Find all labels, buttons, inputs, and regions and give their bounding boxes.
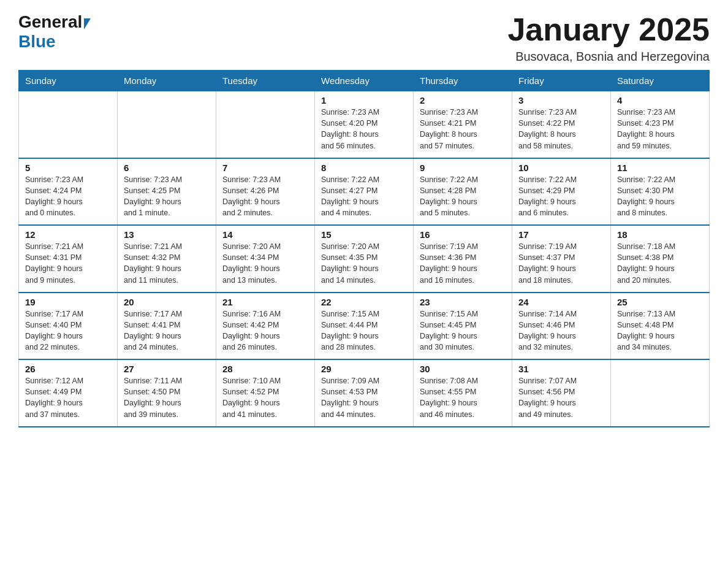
day-number: 9 — [420, 163, 506, 173]
day-number: 4 — [617, 95, 703, 105]
day-header-thursday: Thursday — [414, 71, 512, 91]
day-number: 19 — [25, 297, 111, 307]
day-number: 8 — [321, 163, 407, 173]
day-info: Sunrise: 7:07 AM Sunset: 4:56 PM Dayligh… — [518, 375, 604, 420]
day-info: Sunrise: 7:10 AM Sunset: 4:52 PM Dayligh… — [222, 375, 308, 420]
day-info: Sunrise: 7:22 AM Sunset: 4:29 PM Dayligh… — [518, 174, 604, 219]
day-number: 2 — [420, 95, 506, 105]
calendar-cell: 13Sunrise: 7:21 AM Sunset: 4:32 PM Dayli… — [118, 225, 216, 293]
day-number: 3 — [518, 95, 604, 105]
day-number: 11 — [617, 163, 703, 173]
day-info: Sunrise: 7:20 AM Sunset: 4:35 PM Dayligh… — [321, 241, 407, 286]
day-info: Sunrise: 7:11 AM Sunset: 4:50 PM Dayligh… — [124, 375, 210, 420]
day-number: 21 — [222, 297, 308, 307]
day-info: Sunrise: 7:16 AM Sunset: 4:42 PM Dayligh… — [222, 308, 308, 353]
calendar-cell: 20Sunrise: 7:17 AM Sunset: 4:41 PM Dayli… — [118, 293, 216, 360]
day-info: Sunrise: 7:21 AM Sunset: 4:31 PM Dayligh… — [25, 241, 111, 286]
day-number: 14 — [222, 229, 308, 240]
day-number: 26 — [25, 364, 111, 374]
logo-triangle-icon — [84, 18, 91, 29]
location-text: Busovaca, Bosnia and Herzegovina — [507, 50, 710, 64]
day-info: Sunrise: 7:15 AM Sunset: 4:44 PM Dayligh… — [321, 308, 407, 353]
month-title: January 2025 — [507, 12, 710, 47]
day-info: Sunrise: 7:08 AM Sunset: 4:55 PM Dayligh… — [420, 375, 506, 420]
logo-general-text: General — [18, 12, 82, 32]
day-number: 31 — [518, 364, 604, 374]
calendar-cell: 19Sunrise: 7:17 AM Sunset: 4:40 PM Dayli… — [19, 293, 118, 360]
calendar-cell: 29Sunrise: 7:09 AM Sunset: 4:53 PM Dayli… — [315, 359, 414, 427]
calendar-cell: 27Sunrise: 7:11 AM Sunset: 4:50 PM Dayli… — [118, 359, 216, 427]
calendar-cell: 18Sunrise: 7:18 AM Sunset: 4:38 PM Dayli… — [611, 225, 710, 293]
day-number: 12 — [25, 229, 111, 240]
logo: General Blue — [18, 12, 91, 52]
day-number: 23 — [420, 297, 506, 307]
calendar-cell: 30Sunrise: 7:08 AM Sunset: 4:55 PM Dayli… — [414, 359, 512, 427]
day-info: Sunrise: 7:23 AM Sunset: 4:24 PM Dayligh… — [25, 174, 111, 219]
logo-blue-text: Blue — [18, 32, 56, 51]
calendar-cell: 7Sunrise: 7:23 AM Sunset: 4:26 PM Daylig… — [216, 158, 315, 226]
day-number: 20 — [124, 297, 210, 307]
page-header: General Blue January 2025 Busovaca, Bosn… — [18, 12, 710, 64]
calendar-cell: 15Sunrise: 7:20 AM Sunset: 4:35 PM Dayli… — [315, 225, 414, 293]
day-info: Sunrise: 7:23 AM Sunset: 4:22 PM Dayligh… — [518, 107, 604, 151]
week-row-5: 26Sunrise: 7:12 AM Sunset: 4:49 PM Dayli… — [19, 359, 710, 427]
calendar-cell: 1Sunrise: 7:23 AM Sunset: 4:20 PM Daylig… — [315, 91, 414, 158]
calendar-cell — [19, 91, 118, 158]
day-number: 22 — [321, 297, 407, 307]
day-info: Sunrise: 7:17 AM Sunset: 4:41 PM Dayligh… — [124, 308, 210, 353]
week-row-3: 12Sunrise: 7:21 AM Sunset: 4:31 PM Dayli… — [19, 225, 710, 293]
calendar-cell: 12Sunrise: 7:21 AM Sunset: 4:31 PM Dayli… — [19, 225, 118, 293]
calendar-cell: 16Sunrise: 7:19 AM Sunset: 4:36 PM Dayli… — [414, 225, 512, 293]
day-number: 25 — [617, 297, 703, 307]
calendar-cell: 2Sunrise: 7:23 AM Sunset: 4:21 PM Daylig… — [414, 91, 512, 158]
calendar-header: SundayMondayTuesdayWednesdayThursdayFrid… — [19, 71, 710, 91]
calendar-cell: 3Sunrise: 7:23 AM Sunset: 4:22 PM Daylig… — [512, 91, 611, 158]
calendar-cell: 9Sunrise: 7:22 AM Sunset: 4:28 PM Daylig… — [414, 158, 512, 226]
calendar-cell: 5Sunrise: 7:23 AM Sunset: 4:24 PM Daylig… — [19, 158, 118, 226]
calendar-cell: 8Sunrise: 7:22 AM Sunset: 4:27 PM Daylig… — [315, 158, 414, 226]
calendar-cell: 25Sunrise: 7:13 AM Sunset: 4:48 PM Dayli… — [611, 293, 710, 360]
day-number: 5 — [25, 163, 111, 173]
day-number: 16 — [420, 229, 506, 240]
day-info: Sunrise: 7:22 AM Sunset: 4:27 PM Dayligh… — [321, 174, 407, 219]
day-info: Sunrise: 7:23 AM Sunset: 4:26 PM Dayligh… — [222, 174, 308, 219]
day-info: Sunrise: 7:23 AM Sunset: 4:20 PM Dayligh… — [321, 107, 407, 151]
calendar-cell — [216, 91, 315, 158]
week-row-4: 19Sunrise: 7:17 AM Sunset: 4:40 PM Dayli… — [19, 293, 710, 360]
calendar-cell: 31Sunrise: 7:07 AM Sunset: 4:56 PM Dayli… — [512, 359, 611, 427]
calendar-cell: 21Sunrise: 7:16 AM Sunset: 4:42 PM Dayli… — [216, 293, 315, 360]
day-number: 29 — [321, 364, 407, 374]
day-number: 7 — [222, 163, 308, 173]
calendar-cell: 6Sunrise: 7:23 AM Sunset: 4:25 PM Daylig… — [118, 158, 216, 226]
day-info: Sunrise: 7:19 AM Sunset: 4:37 PM Dayligh… — [518, 241, 604, 286]
day-info: Sunrise: 7:23 AM Sunset: 4:21 PM Dayligh… — [420, 107, 506, 151]
day-number: 18 — [617, 229, 703, 240]
day-info: Sunrise: 7:23 AM Sunset: 4:23 PM Dayligh… — [617, 107, 703, 151]
day-info: Sunrise: 7:17 AM Sunset: 4:40 PM Dayligh… — [25, 308, 111, 353]
day-number: 10 — [518, 163, 604, 173]
day-info: Sunrise: 7:21 AM Sunset: 4:32 PM Dayligh… — [124, 241, 210, 286]
day-info: Sunrise: 7:22 AM Sunset: 4:30 PM Dayligh… — [617, 174, 703, 219]
day-header-saturday: Saturday — [611, 71, 710, 91]
calendar-cell: 22Sunrise: 7:15 AM Sunset: 4:44 PM Dayli… — [315, 293, 414, 360]
day-info: Sunrise: 7:19 AM Sunset: 4:36 PM Dayligh… — [420, 241, 506, 286]
calendar-cell: 26Sunrise: 7:12 AM Sunset: 4:49 PM Dayli… — [19, 359, 118, 427]
day-info: Sunrise: 7:22 AM Sunset: 4:28 PM Dayligh… — [420, 174, 506, 219]
day-info: Sunrise: 7:14 AM Sunset: 4:46 PM Dayligh… — [518, 308, 604, 353]
calendar-cell: 28Sunrise: 7:10 AM Sunset: 4:52 PM Dayli… — [216, 359, 315, 427]
day-number: 1 — [321, 95, 407, 105]
day-header-sunday: Sunday — [19, 71, 118, 91]
day-info: Sunrise: 7:13 AM Sunset: 4:48 PM Dayligh… — [617, 308, 703, 353]
day-number: 6 — [124, 163, 210, 173]
calendar-cell: 11Sunrise: 7:22 AM Sunset: 4:30 PM Dayli… — [611, 158, 710, 226]
day-header-monday: Monday — [118, 71, 216, 91]
day-info: Sunrise: 7:20 AM Sunset: 4:34 PM Dayligh… — [222, 241, 308, 286]
day-info: Sunrise: 7:18 AM Sunset: 4:38 PM Dayligh… — [617, 241, 703, 286]
calendar-cell: 23Sunrise: 7:15 AM Sunset: 4:45 PM Dayli… — [414, 293, 512, 360]
day-number: 27 — [124, 364, 210, 374]
calendar-cell — [118, 91, 216, 158]
week-row-2: 5Sunrise: 7:23 AM Sunset: 4:24 PM Daylig… — [19, 158, 710, 226]
title-section: January 2025 Busovaca, Bosnia and Herzeg… — [507, 12, 710, 64]
calendar-cell: 14Sunrise: 7:20 AM Sunset: 4:34 PM Dayli… — [216, 225, 315, 293]
day-info: Sunrise: 7:15 AM Sunset: 4:45 PM Dayligh… — [420, 308, 506, 353]
